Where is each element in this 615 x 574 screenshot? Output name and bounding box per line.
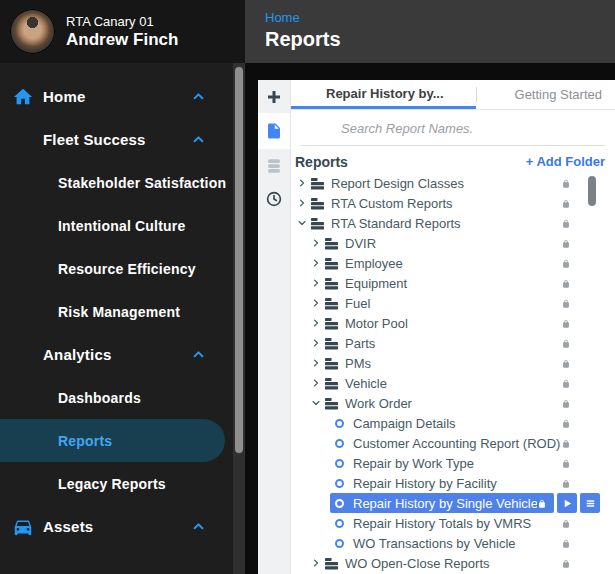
sidebar-item-label: Analytics	[43, 346, 112, 363]
sidebar-item-legacy-reports[interactable]: Legacy Reports	[0, 462, 245, 505]
tree-row-fuel[interactable]: Fuel	[291, 293, 615, 313]
tree-scrollbar-thumb[interactable]	[588, 176, 596, 206]
tree-row-repair-history-totals-by-vmrs[interactable]: Repair History Totals by VMRS	[291, 513, 615, 533]
sidebar-scrollbar-thumb[interactable]	[235, 67, 243, 453]
folder-icon	[324, 297, 339, 310]
tree-row-dvir[interactable]: DVIR	[291, 233, 615, 253]
tree-row-report-design-classes[interactable]: Report Design Classes	[291, 173, 615, 193]
tree-row-equipment[interactable]: Equipment	[291, 273, 615, 293]
tree-row-employee[interactable]: Employee	[291, 253, 615, 273]
menu-icon	[585, 498, 596, 509]
report-bullet-icon	[335, 459, 344, 468]
chevron-right-icon[interactable]	[297, 178, 307, 188]
tree-row-repair-history-by-facility[interactable]: Repair History by Facility	[291, 473, 615, 493]
sidebar-item-reports[interactable]: Reports	[0, 419, 225, 462]
play-icon	[307, 87, 319, 99]
rail-item-plus[interactable]	[258, 80, 290, 113]
kebab-menu-icon[interactable]	[589, 120, 605, 136]
sidebar-scrollbar[interactable]	[233, 63, 245, 574]
lock-icon	[561, 298, 571, 309]
chevron-down-icon[interactable]	[311, 398, 321, 408]
chevron-down-icon[interactable]	[297, 218, 307, 228]
sidebar-item-label: Stakeholder Satisfaction	[58, 175, 226, 191]
lock-icon	[561, 438, 571, 449]
row-menu-button[interactable]	[580, 493, 600, 513]
rail-item-history-clock[interactable]	[258, 182, 290, 215]
sidebar-item-analytics[interactable]: Analytics	[0, 333, 245, 376]
tree-row-pms[interactable]: PMs	[291, 353, 615, 373]
sidebar-item-fleet-success[interactable]: Fleet Success	[0, 118, 245, 161]
sidebar-item-dashboards[interactable]: Dashboards	[0, 376, 245, 419]
lock-icon	[561, 458, 571, 469]
plus-icon	[265, 88, 283, 106]
tree-row-label: RTA Custom Reports	[331, 196, 453, 211]
report-search-row	[291, 110, 615, 146]
tree-row-repair-by-work-type[interactable]: Repair by Work Type	[291, 453, 615, 473]
chevron-right-icon[interactable]	[311, 298, 321, 308]
sidebar-item-assets[interactable]: Assets	[0, 505, 245, 548]
chevron-right-icon[interactable]	[311, 338, 321, 348]
chevron-right-icon[interactable]	[297, 198, 307, 208]
folder-icon	[310, 177, 325, 190]
tree-row-label: Vehicle	[345, 376, 387, 391]
chevron-right-icon[interactable]	[311, 238, 321, 248]
tree-row-wo-open-close-reports[interactable]: WO Open-Close Reports	[291, 553, 615, 573]
chevron-up-icon[interactable]	[190, 131, 207, 148]
play-icon	[562, 498, 573, 509]
chevron-up-icon[interactable]	[190, 518, 207, 535]
tree-row-label: WO Transactions by Vehicle	[353, 536, 516, 551]
tree-row-rta-custom-reports[interactable]: RTA Custom Reports	[291, 193, 615, 213]
run-report-button[interactable]	[557, 493, 577, 513]
lock-icon	[561, 518, 571, 529]
chevron-right-icon[interactable]	[311, 558, 321, 568]
chevron-right-icon[interactable]	[311, 278, 321, 288]
tab-getting-started[interactable]: Getting Started	[477, 80, 612, 109]
user-profile[interactable]: RTA Canary 01 Andrew Finch	[0, 0, 245, 63]
tree-row-campaign-details[interactable]: Campaign Details	[291, 413, 615, 433]
tree-row-label: Fuel	[345, 296, 370, 311]
chevron-up-icon[interactable]	[190, 88, 207, 105]
tree-row-rta-standard-reports[interactable]: RTA Standard Reports	[291, 213, 615, 233]
tree-row-work-order[interactable]: Work Order	[291, 393, 615, 413]
tree-row-vehicle[interactable]: Vehicle	[291, 373, 615, 393]
home-icon	[12, 86, 34, 108]
close-icon[interactable]	[453, 87, 466, 100]
tree-row-label: Equipment	[345, 276, 407, 291]
sidebar-item-label: Legacy Reports	[58, 476, 166, 492]
sidebar-item-stakeholder-satisfaction[interactable]: Stakeholder Satisfaction	[0, 161, 245, 204]
sidebar-item-risk-management[interactable]: Risk Management	[0, 290, 245, 333]
tree-row-label: Repair History by Single Vehicle	[353, 496, 537, 511]
tree-row-label: DVIR	[345, 236, 376, 251]
sidebar-item-label: Intentional Culture	[58, 218, 185, 234]
tree-row-repair-history-by-single-vehicle[interactable]: Repair History by Single Vehicle	[291, 493, 615, 513]
chevron-right-icon[interactable]	[311, 318, 321, 328]
tree-row-parts[interactable]: Parts	[291, 333, 615, 353]
sidebar-item-resource-efficiency[interactable]: Resource Efficiency	[0, 247, 245, 290]
search-icon	[311, 120, 327, 136]
lock-icon	[561, 278, 571, 289]
tree-header: Reports + Add Folder	[291, 146, 615, 173]
lock-icon	[561, 538, 571, 549]
tree-row-motor-pool[interactable]: Motor Pool	[291, 313, 615, 333]
rail-item-database[interactable]	[258, 149, 290, 182]
reports-panel: Repair History by... Getting Started Rep…	[258, 80, 615, 574]
tree-row-customer-accounting-report-rod[interactable]: Customer Accounting Report (ROD)	[291, 433, 615, 453]
chevron-right-icon[interactable]	[311, 378, 321, 388]
sidebar: RTA Canary 01 Andrew Finch HomeFleet Suc…	[0, 0, 245, 574]
tree-row-wo-transactions-by-vehicle[interactable]: WO Transactions by Vehicle	[291, 533, 615, 553]
breadcrumb[interactable]: Home	[265, 10, 615, 25]
chevron-up-icon[interactable]	[190, 346, 207, 363]
add-folder-button[interactable]: + Add Folder	[526, 154, 605, 169]
sidebar-item-home[interactable]: Home	[0, 75, 245, 118]
rail-item-document[interactable]	[258, 113, 290, 149]
page-title: Reports	[265, 28, 615, 51]
chevron-right-icon[interactable]	[311, 358, 321, 368]
tab-repair-history[interactable]: Repair History by...	[291, 80, 476, 109]
tree-row-label: Report Design Classes	[331, 176, 464, 191]
lock-icon	[561, 238, 571, 249]
search-input[interactable]	[339, 120, 589, 137]
chevron-right-icon[interactable]	[311, 258, 321, 268]
tree-row-selected-body[interactable]: Repair History by Single Vehicle	[330, 493, 554, 513]
sidebar-item-intentional-culture[interactable]: Intentional Culture	[0, 204, 245, 247]
sidebar-item-label: Dashboards	[58, 390, 141, 406]
